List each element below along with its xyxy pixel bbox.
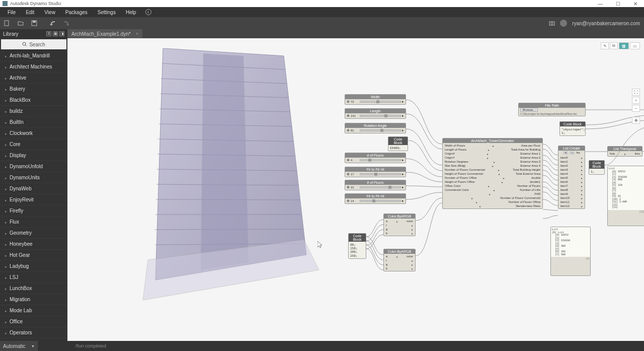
node-color-byargb-2[interactable]: Color.ByARGB a▸color r▸ g▸ b▸ (383, 249, 416, 271)
library-category[interactable]: BuiltIn (0, 117, 67, 128)
output-port[interactable]: ▸ (402, 172, 404, 176)
output-port[interactable]: ▸ (402, 100, 404, 104)
port-b[interactable]: b (386, 267, 387, 270)
codeblock-body[interactable]: 65000; (388, 145, 408, 151)
library-category[interactable]: DynamoUnits (0, 172, 67, 183)
slider-track[interactable] (360, 115, 401, 117)
lib-icon-2[interactable]: ▦ (53, 31, 58, 36)
graph-canvas[interactable]: Width ⊕72▸ Length ⊕141▸ Rotation Angle ⊕… (67, 38, 644, 341)
node-list-transpose[interactable]: List.Transpose lists▸lists (607, 146, 642, 157)
menu-help[interactable]: Help (121, 10, 141, 15)
slider-track[interactable] (360, 129, 401, 131)
input-port[interactable]: item1 (560, 160, 568, 164)
output-port[interactable]: Number of Floors (517, 184, 540, 188)
library-category[interactable]: DynamoUnfold (0, 161, 67, 172)
port-a[interactable]: a (386, 255, 387, 258)
lib-icon-1[interactable]: ☰ (46, 31, 51, 36)
output-port[interactable]: Exterior Area 1 (520, 152, 540, 156)
node-flrht1-slider[interactable]: Flr to Flr Ht ⊕17▸ (345, 167, 406, 177)
info-icon[interactable]: i (145, 9, 151, 15)
input-port[interactable]: item2 (560, 164, 568, 168)
expand-icon[interactable]: ⊕ (347, 185, 350, 189)
menu-settings[interactable]: Settings (93, 10, 121, 15)
slider-track[interactable] (360, 200, 401, 202)
add-port-button[interactable]: + (563, 151, 568, 155)
input-port[interactable]: item5 (560, 176, 568, 180)
input-port[interactable]: OriginX (445, 152, 455, 156)
redo-icon[interactable] (63, 20, 69, 26)
input-port[interactable]: item10 (560, 196, 570, 200)
minimize-button[interactable]: — (594, 1, 607, 7)
library-category[interactable]: Archi-lab_Mandrill (0, 50, 67, 61)
input-port[interactable]: item9 (560, 192, 568, 196)
output-port[interactable]: Total Building Height (513, 168, 540, 172)
menu-file[interactable]: File (3, 10, 21, 15)
save-icon[interactable] (31, 20, 37, 26)
node-numfloors2-slider[interactable]: # of Floors ⊕21▸ (345, 180, 406, 190)
library-category[interactable]: LSJ (0, 272, 67, 283)
view-copy-icon[interactable]: ⧉ (610, 42, 618, 49)
node-codeblock-1[interactable]: Code Block 65000; (388, 136, 408, 151)
expand-icon[interactable]: ⊕ (347, 172, 350, 176)
user-email[interactable]: ryan@ryanbakercameron.com (572, 21, 640, 26)
input-port[interactable]: Height of Floors Office (445, 180, 475, 184)
maximize-button[interactable]: ☐ (612, 1, 624, 7)
library-category[interactable]: Operators (0, 327, 67, 338)
menu-packages[interactable]: Packages (60, 10, 93, 15)
output-port[interactable]: double1 (530, 180, 540, 184)
node-width-slider[interactable]: Width ⊕72▸ (345, 94, 406, 105)
library-category[interactable]: Core (0, 139, 67, 150)
node-length-slider[interactable]: Length ⊕141▸ (345, 108, 406, 119)
output-port[interactable]: ▸ (402, 185, 404, 189)
camera-icon[interactable] (549, 20, 555, 26)
view-pencil-icon[interactable]: ✎ (601, 42, 609, 49)
library-category[interactable]: Bakery (0, 84, 67, 95)
output-port[interactable]: Slenderness Ratio (516, 204, 540, 208)
input-port[interactable]: OriginY (445, 156, 455, 160)
port-color[interactable]: color (407, 255, 413, 258)
output-port[interactable]: Number of Floors Commercial (500, 196, 540, 200)
input-port[interactable]: Rotation Degrees (445, 160, 468, 164)
menu-edit[interactable]: Edit (21, 10, 39, 15)
input-port[interactable]: item11 (560, 200, 570, 204)
view-3d-nav-icon[interactable]: ▦ (619, 42, 629, 49)
fit-icon[interactable]: ⛶ (632, 89, 640, 96)
new-icon[interactable] (4, 20, 10, 26)
library-category[interactable]: EnjoyRevit (0, 194, 67, 205)
port-out[interactable]: lists (635, 152, 640, 156)
output-port[interactable]: Exterior Area 4 (520, 164, 540, 168)
node-file-path[interactable]: File Path Browse... C:\Skyscraper for ke… (518, 103, 586, 116)
output-port[interactable]: FAR (534, 192, 540, 196)
file-tab[interactable]: ArchMach_Example1.dyn* × (67, 29, 142, 38)
output-port[interactable]: ▸ (402, 128, 404, 132)
library-category[interactable]: Firefly (0, 205, 67, 217)
output-port[interactable]: ▸ (402, 158, 404, 162)
library-category[interactable]: buildz (0, 106, 67, 117)
out-port[interactable]: list (576, 151, 580, 155)
input-port[interactable]: Length of Floors (445, 148, 466, 152)
output-port[interactable]: Area per Floor (521, 144, 540, 148)
input-port[interactable]: item0 (560, 156, 568, 160)
library-category[interactable]: Office (0, 316, 67, 327)
open-icon[interactable] (18, 20, 24, 26)
zoom-out-button[interactable]: − (632, 105, 640, 112)
node-watch-2[interactable]: List [0] List [0] 10152 [1] [2] 154104 [… (550, 227, 591, 276)
undo-icon[interactable] (50, 20, 56, 26)
node-rotation-slider[interactable]: Rotation Angle ⊕81▸ (345, 123, 406, 133)
node-codeblock-rgb[interactable]: Code Block 90; 150; 200; 250; (348, 233, 366, 259)
codeblock-body[interactable]: "skyscraper"; 1; (560, 126, 585, 135)
library-category[interactable]: Display (0, 150, 67, 161)
menu-view[interactable]: View (39, 10, 60, 15)
slider-track[interactable] (360, 101, 401, 103)
input-port[interactable]: item3 (560, 168, 568, 172)
port-color[interactable]: color (407, 220, 413, 223)
tab-close-icon[interactable]: × (136, 31, 138, 36)
output-port[interactable]: double (531, 176, 540, 180)
output-port[interactable]: Exterior Area 2 (520, 156, 540, 160)
expand-icon[interactable]: ⊕ (347, 199, 350, 203)
output-port[interactable]: ▸ (402, 199, 404, 203)
library-category[interactable]: DynaWeb (0, 183, 67, 194)
library-category[interactable]: Archive (0, 73, 67, 84)
library-category[interactable]: Geometry (0, 228, 67, 239)
node-codeblock-path[interactable]: Code Block "skyscraper"; 1; (559, 121, 586, 136)
